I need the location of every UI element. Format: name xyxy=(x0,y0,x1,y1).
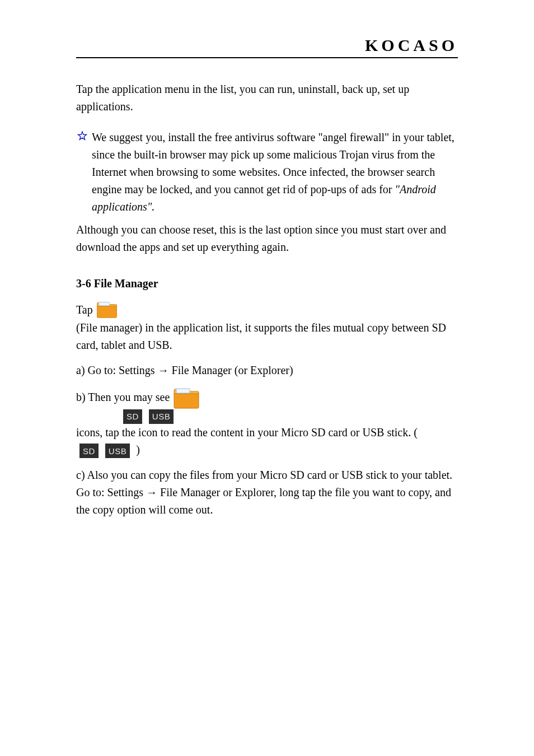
page: KOCASO Tap the application menu in the l… xyxy=(0,0,534,756)
arrow-icon: → xyxy=(146,486,157,498)
fm-step-b-prefix: b) Then you may see xyxy=(76,391,172,403)
sd-usb-inline: SD USB xyxy=(79,444,130,458)
svg-rect-3 xyxy=(176,389,190,393)
svg-rect-1 xyxy=(99,302,109,306)
star-note: We suggest you, install the free antivir… xyxy=(76,129,458,216)
fm-step-a-suffix: File Manager (or Explorer) xyxy=(169,364,293,376)
arrow-icon: → xyxy=(158,364,169,376)
fm-step-a: a) Go to: Settings → File Manager (or Ex… xyxy=(76,362,458,379)
fm-intro-b: (File manager) in the application list, … xyxy=(76,319,458,354)
usb-badge: USB xyxy=(149,409,174,424)
svg-rect-0 xyxy=(97,305,116,318)
fm-step-b: b) Then you may see SD USB icons, tap th… xyxy=(76,387,458,459)
folder-icon xyxy=(96,300,118,319)
star-note-text: We suggest you, install the free antivir… xyxy=(92,129,458,216)
fm-step-c: c) Also you can copy the files from your… xyxy=(76,466,458,519)
section-title-file-manager: 3-6 File Manager xyxy=(76,275,458,292)
file-manager-intro: Tap (File manager) in the application li… xyxy=(76,300,458,354)
usb-badge: USB xyxy=(105,444,130,458)
fm-step-a-prefix: a) Go to: Settings xyxy=(76,364,158,376)
fm-step-b-mid: icons, tap the icon to read the content … xyxy=(76,426,418,438)
sd-badge: SD xyxy=(123,409,142,424)
paragraph-reset-note: Although you can choose reset, this is t… xyxy=(76,221,458,256)
fm-intro-a: Tap xyxy=(76,301,93,319)
page-body: Tap the application menu in the list, yo… xyxy=(76,81,458,519)
svg-rect-2 xyxy=(174,393,199,408)
sd-badge: SD xyxy=(79,444,99,458)
paragraph-uninstall: Tap the application menu in the list, yo… xyxy=(76,81,458,115)
star-icon xyxy=(76,130,88,142)
fm-step-b-inline: SD USB xyxy=(123,409,458,424)
folder-icon xyxy=(172,387,200,409)
fm-step-b-suffix: ) xyxy=(136,444,140,456)
page-header: KOCASO xyxy=(76,36,458,58)
brand-logo: KOCASO xyxy=(365,36,458,55)
sd-usb-badges: SD USB xyxy=(123,409,458,424)
